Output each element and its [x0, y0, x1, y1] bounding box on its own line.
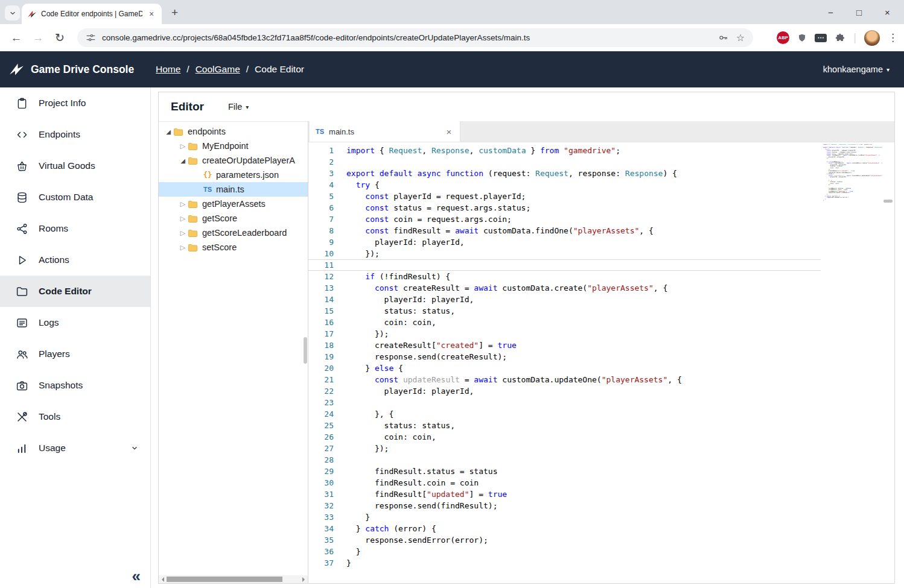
sidebar-item-rooms[interactable]: Rooms: [0, 213, 150, 244]
breadcrumb-home-link[interactable]: Home: [156, 64, 180, 75]
scrollbar-thumb[interactable]: [167, 577, 282, 582]
code-line[interactable]: 9 playerId: playerId,: [308, 236, 821, 248]
sidebar-item-virtual-goods[interactable]: Virtual Goods: [0, 150, 150, 182]
code-line[interactable]: 1import { Request, Response, customData …: [308, 145, 821, 156]
sidebar-item-actions[interactable]: Actions: [0, 244, 150, 276]
tree-item-myendpoint[interactable]: ▷ MyEndpoint: [159, 139, 308, 153]
code-line[interactable]: 33 }: [308, 511, 821, 523]
tree-item-getscore[interactable]: ▷ getScore: [159, 211, 308, 226]
code-line[interactable]: 7 const coin = request.args.coin;: [308, 213, 821, 225]
code-line[interactable]: 36 }: [308, 546, 821, 557]
code-line[interactable]: 12 if (!findResult) {: [308, 271, 821, 282]
sidebar-item-logs[interactable]: Logs: [0, 307, 150, 338]
code-line[interactable]: 31 findResult["updated"] = true: [308, 488, 821, 500]
code-line[interactable]: 5 const playerId = request.playerId;: [308, 191, 821, 202]
password-key-icon[interactable]: [718, 33, 728, 43]
new-tab-button[interactable]: +: [167, 5, 182, 21]
code-line[interactable]: 28: [308, 454, 821, 466]
tab-search-button[interactable]: [5, 5, 20, 21]
code-line[interactable]: 22 playerId: playerId,: [308, 385, 821, 397]
close-button[interactable]: ×: [873, 7, 902, 17]
tree-collapsed-icon[interactable]: ▷: [178, 215, 188, 223]
extensions-puzzle-icon[interactable]: [835, 33, 845, 43]
scroll-right-icon[interactable]: [300, 575, 308, 583]
code-line[interactable]: 11: [308, 259, 821, 271]
brand[interactable]: Game Drive Console: [8, 51, 134, 87]
code-line[interactable]: 25 status: status,: [308, 420, 821, 431]
tree-item-getplayerassets[interactable]: ▷ getPlayerAssets: [159, 197, 308, 211]
code-line[interactable]: 19 response.send(createResult);: [308, 351, 821, 362]
code-line[interactable]: 29 findResult.status = status: [308, 466, 821, 477]
code-line[interactable]: 27 });: [308, 443, 821, 454]
sidebar-item-players[interactable]: Players: [0, 338, 150, 370]
code-line[interactable]: 13 const createResult = await customData…: [308, 282, 821, 294]
site-settings-icon[interactable]: [86, 33, 96, 43]
adblock-extension-icon[interactable]: ABP: [777, 31, 789, 44]
sidebar-item-snapshots[interactable]: Snapshots: [0, 370, 150, 401]
code-line[interactable]: 37}: [308, 557, 821, 569]
code-line[interactable]: 32 response.send(findResult);: [308, 500, 821, 511]
reload-button[interactable]: ↻: [51, 24, 69, 51]
minimap[interactable]: import { Request, Response, customData }…: [823, 144, 882, 212]
tree-collapsed-icon[interactable]: ▷: [178, 200, 188, 208]
code-line[interactable]: 23: [308, 397, 821, 408]
tree-vertical-scrollbar[interactable]: [304, 337, 307, 364]
code-line[interactable]: 20 } else {: [308, 362, 821, 374]
tree-item-endpoints[interactable]: ◢ endpoints: [159, 124, 308, 139]
tab-close-icon[interactable]: ×: [444, 127, 454, 137]
code-line[interactable]: 4 try {: [308, 179, 821, 191]
shield-extension-icon[interactable]: [797, 33, 807, 43]
code-line[interactable]: 3export default async function (request:…: [308, 168, 821, 179]
code-line[interactable]: 14 playerId: playerId,: [308, 294, 821, 305]
code-line[interactable]: 15 status: status,: [308, 305, 821, 317]
code-line[interactable]: 30 findResult.coin = coin: [308, 477, 821, 488]
sidebar-collapse-button[interactable]: «: [132, 567, 141, 586]
address-bar[interactable]: console.gamedrive.cc/projects/68a045fbde…: [77, 28, 753, 47]
code-editor[interactable]: 1import { Request, Response, customData …: [308, 142, 821, 583]
code-line[interactable]: 2: [308, 156, 821, 168]
url-text[interactable]: console.gamedrive.cc/projects/68a045fbde…: [102, 33, 711, 42]
code-line[interactable]: 10 });: [308, 248, 821, 259]
breadcrumb-project-link[interactable]: CoolGame: [196, 64, 240, 75]
code-line[interactable]: 24 }, {: [308, 408, 821, 420]
scroll-left-icon[interactable]: [159, 575, 167, 583]
forward-button[interactable]: →: [29, 24, 47, 51]
code-line[interactable]: 21 const updateResult = await customData…: [308, 374, 821, 385]
tree-expanded-icon[interactable]: ◢: [178, 157, 188, 164]
user-menu[interactable]: khonkaengame ▾: [823, 51, 890, 87]
tree-item-main-ts[interactable]: x TS main.ts: [159, 182, 308, 197]
minimize-button[interactable]: −: [816, 7, 845, 17]
tree-item-setscore[interactable]: ▷ setScore: [159, 240, 308, 254]
tree-item-parameters-json[interactable]: x {} parameters.json: [159, 168, 308, 182]
tree-collapsed-icon[interactable]: ▷: [178, 229, 188, 237]
browser-tab[interactable]: Code Editor endpoints | GameD ×: [22, 4, 162, 24]
tree-collapsed-icon[interactable]: ▷: [178, 244, 188, 251]
code-line[interactable]: 16 coin: coin,: [308, 317, 821, 328]
code-line[interactable]: 26 coin: coin,: [308, 431, 821, 443]
sidebar-item-project-info[interactable]: Project Info: [0, 87, 150, 119]
sidebar-item-custom-data[interactable]: Custom Data: [0, 182, 150, 213]
bookmark-star-icon[interactable]: ☆: [736, 32, 745, 43]
code-line[interactable]: 35 response.sendError(error);: [308, 534, 821, 546]
code-line[interactable]: 18 createResult["created"] = true: [308, 340, 821, 351]
file-menu-button[interactable]: File ▾: [228, 102, 249, 112]
tree-collapsed-icon[interactable]: ▷: [178, 142, 188, 150]
tree-horizontal-scrollbar[interactable]: [159, 575, 308, 583]
editor-scrollbar-thumb[interactable]: [883, 200, 893, 203]
editor-tab-main-ts[interactable]: TS main.ts ×: [310, 121, 460, 142]
sidebar-item-tools[interactable]: Tools: [0, 401, 150, 432]
code-line[interactable]: 8 const findResult = await customData.fi…: [308, 225, 821, 236]
back-button[interactable]: ←: [7, 24, 25, 51]
tree-expanded-icon[interactable]: ◢: [164, 128, 173, 135]
sidebar-item-endpoints[interactable]: Endpoints: [0, 119, 150, 150]
profile-avatar[interactable]: [864, 30, 880, 46]
browser-menu-icon[interactable]: ⋮: [888, 31, 898, 44]
maximize-button[interactable]: □: [845, 7, 873, 17]
sidebar-item-usage[interactable]: Usage: [0, 432, 150, 464]
code-line[interactable]: 34 } catch (error) {: [308, 523, 821, 534]
tree-item-getscoreleaderboard[interactable]: ▷ getScoreLeaderboard: [159, 226, 308, 240]
tree-item-createorupdateplayerassets[interactable]: ◢ createOrUpdatePlayerA: [159, 153, 308, 168]
sidebar-item-code-editor[interactable]: Code Editor: [0, 276, 150, 307]
tab-close-icon[interactable]: ×: [147, 9, 156, 19]
code-line[interactable]: 17 });: [308, 328, 821, 340]
